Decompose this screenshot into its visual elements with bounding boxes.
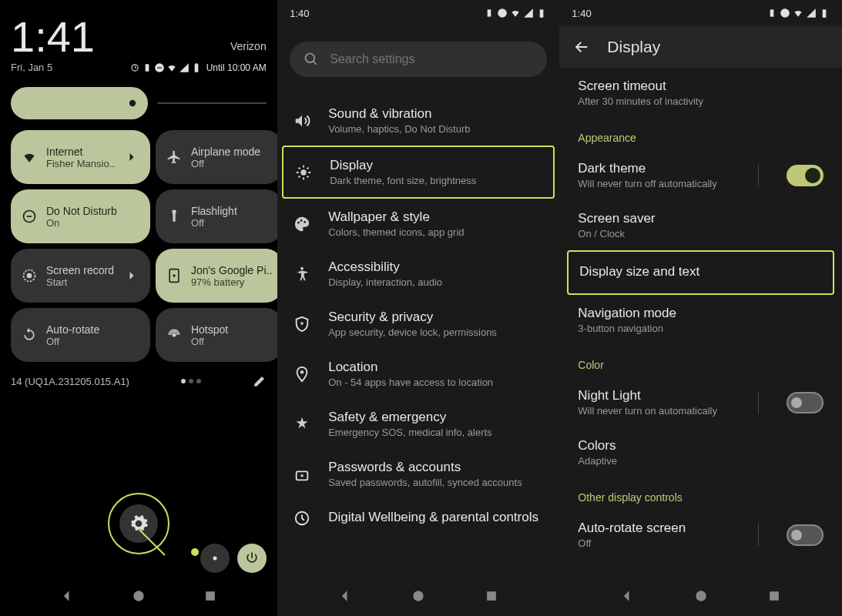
setting-digital-wellbeing-parental-controls[interactable]: Digital Wellbeing & parental controls — [277, 499, 559, 537]
battery-icon — [191, 62, 202, 73]
svg-point-20 — [300, 474, 304, 477]
settings-small-button[interactable] — [200, 544, 230, 573]
signal-icon — [523, 8, 534, 18]
section-color: Color — [559, 345, 842, 377]
rotate-icon — [22, 327, 37, 343]
power-button[interactable] — [237, 544, 267, 573]
nav-bar — [0, 582, 277, 610]
location-icon — [294, 366, 310, 383]
search-input[interactable] — [330, 52, 533, 66]
svg-point-4 — [27, 273, 32, 279]
settings-list-panel: 1:40 Sound & vibrationVolume, haptics, D… — [277, 0, 559, 616]
tile-hotspot[interactable]: HotspotOff — [156, 308, 277, 362]
home-icon[interactable] — [411, 588, 426, 604]
back-icon[interactable] — [337, 588, 353, 604]
svg-point-25 — [696, 591, 706, 601]
tile-jon-s-google-pi-[interactable]: Jon's Google Pi..97% battery — [156, 249, 277, 303]
setting-passwords-accounts[interactable]: Passwords & accountsSaved passwords, aut… — [277, 449, 559, 499]
recents-icon[interactable] — [203, 588, 218, 604]
setting-screen-timeout[interactable]: Screen timeoutAfter 30 minutes of inacti… — [559, 68, 842, 118]
tile-airplane-mode[interactable]: Airplane modeOff — [156, 130, 277, 184]
recents-icon[interactable] — [484, 588, 499, 604]
build-label: 14 (UQ1A.231205.015.A1) — [11, 376, 129, 387]
chevron-right-icon — [124, 268, 139, 283]
svg-point-6 — [172, 333, 176, 337]
wifi-icon — [166, 62, 177, 73]
vibrate-icon — [484, 8, 495, 18]
dnd-icon — [154, 62, 165, 73]
alarm-icon — [129, 62, 140, 73]
setting-screen-saver[interactable]: Screen saverOn / Clock — [559, 200, 842, 250]
date-label: Fri, Jan 5 — [11, 62, 52, 73]
nav-bar — [559, 582, 842, 610]
settings-button-highlight — [108, 493, 169, 554]
back-icon[interactable] — [59, 588, 75, 604]
quick-tiles: InternetFisher Mansio.. Airplane modeOff… — [11, 130, 267, 362]
tile-auto-rotate[interactable]: Auto-rotateOff — [11, 308, 150, 362]
back-icon[interactable] — [573, 38, 590, 55]
signal-icon — [179, 62, 190, 73]
header-bar: Display — [559, 26, 842, 68]
brightness-icon — [125, 95, 140, 111]
brightness-icon — [295, 164, 312, 181]
setting-display-size-and-text[interactable]: Display size and text — [567, 250, 834, 295]
flashlight-icon — [166, 209, 182, 224]
svg-rect-9 — [206, 591, 215, 601]
setting-wallpaper-style[interactable]: Wallpaper & styleColors, themed icons, a… — [277, 199, 559, 249]
setting-dark-theme[interactable]: Dark themeWill never turn off automatica… — [559, 150, 842, 200]
tile-screen-record[interactable]: Screen recordStart — [11, 249, 150, 303]
setting-navigation-mode[interactable]: Navigation mode3-button navigation — [559, 295, 842, 345]
svg-point-10 — [498, 8, 507, 18]
recents-icon[interactable] — [767, 588, 782, 604]
setting-sound-vibration[interactable]: Sound & vibrationVolume, haptics, Do Not… — [277, 95, 559, 146]
carrier-label: Verizon — [230, 40, 267, 52]
setting-auto-rotate-screen[interactable]: Auto-rotate screenOff — [559, 510, 842, 560]
brightness-slider[interactable] — [11, 87, 267, 119]
quick-settings-panel: 1:41 Verizon Fri, Jan 5 Until 10:00 AM I… — [0, 0, 277, 616]
svg-point-15 — [304, 220, 306, 223]
svg-point-11 — [306, 54, 315, 63]
gear-icon — [207, 551, 223, 566]
power-icon — [244, 551, 260, 566]
wifi-icon — [510, 8, 521, 18]
back-icon[interactable] — [619, 588, 635, 604]
setting-security-privacy[interactable]: Security & privacyApp security, device l… — [277, 299, 559, 349]
page-dots — [181, 379, 201, 383]
search-bar[interactable] — [290, 42, 547, 77]
tile-flashlight[interactable]: FlashlightOff — [156, 189, 277, 243]
svg-point-5 — [173, 274, 175, 276]
setting-safety-emergency[interactable]: Safety & emergencyEmergency SOS, medical… — [277, 399, 559, 449]
display-settings-panel: 1:40 Display Screen timeoutAfter 30 minu… — [559, 0, 842, 616]
chevron-right-icon — [124, 149, 139, 165]
wellbeing-icon — [294, 510, 310, 527]
status-icons: Until 10:00 AM — [129, 62, 267, 73]
page-title: Display — [607, 38, 660, 56]
section-appearance: Appearance — [559, 118, 842, 150]
setting-colors[interactable]: ColorsAdaptive — [559, 427, 842, 477]
until-label: Until 10:00 AM — [206, 62, 267, 73]
tile-internet[interactable]: InternetFisher Mansio.. — [11, 130, 150, 184]
setting-display[interactable]: DisplayDark theme, font size, brightness — [282, 146, 555, 199]
dnd-icon — [22, 209, 37, 224]
home-icon[interactable] — [693, 588, 709, 604]
svg-point-22 — [413, 591, 423, 601]
settings-button[interactable] — [119, 504, 158, 543]
status-icons — [484, 8, 547, 18]
setting-accessibility[interactable]: AccessibilityDisplay, interaction, audio — [277, 249, 559, 299]
svg-point-12 — [301, 169, 307, 175]
edit-icon[interactable] — [253, 374, 267, 388]
tile-do-not-disturb[interactable]: Do Not DisturbOn — [11, 189, 150, 243]
toggle[interactable] — [787, 524, 824, 546]
svg-rect-23 — [487, 591, 496, 601]
home-icon[interactable] — [131, 588, 146, 604]
dnd-icon — [497, 8, 508, 18]
svg-rect-26 — [770, 591, 779, 601]
wifi-icon — [22, 149, 37, 165]
toggle[interactable] — [787, 392, 824, 413]
search-icon — [304, 52, 319, 67]
toggle[interactable] — [787, 165, 824, 186]
svg-point-17 — [300, 322, 304, 325]
setting-night-light[interactable]: Night LightWill never turn on automatica… — [559, 377, 842, 427]
setting-location[interactable]: LocationOn - 54 apps have access to loca… — [277, 349, 559, 399]
svg-point-13 — [297, 221, 300, 223]
